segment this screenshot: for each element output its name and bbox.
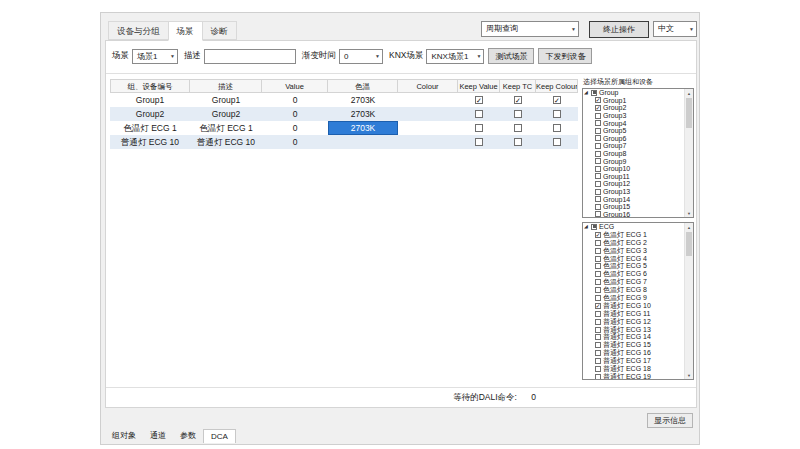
- desc-cell[interactable]: 普通灯 ECG 10: [190, 135, 262, 149]
- expander-icon[interactable]: ◢: [584, 90, 591, 95]
- checkbox[interactable]: ✓: [553, 96, 561, 104]
- knx-scene-select[interactable]: KNX场景1 ▼: [426, 49, 484, 64]
- checkbox[interactable]: [595, 113, 601, 119]
- checkbox[interactable]: [595, 204, 601, 210]
- checkbox[interactable]: ✓: [514, 96, 522, 104]
- checkbox[interactable]: ✓: [595, 303, 601, 309]
- tab-parameters[interactable]: 参数: [173, 429, 203, 443]
- checkbox[interactable]: [553, 138, 561, 146]
- checkbox[interactable]: [595, 211, 601, 217]
- checkbox[interactable]: [595, 143, 601, 149]
- checkbox[interactable]: [514, 138, 522, 146]
- stop-operation-button[interactable]: 终止操作: [589, 21, 649, 38]
- tab-devices-grouping[interactable]: 设备与分组: [108, 21, 169, 40]
- checkbox[interactable]: ✓: [475, 96, 483, 104]
- tree-item[interactable]: Group16: [584, 211, 684, 218]
- tc-cell[interactable]: 2703K: [328, 93, 398, 107]
- tab-scene[interactable]: 场景: [168, 21, 203, 41]
- device-cell[interactable]: Group1: [110, 93, 190, 107]
- desc-cell[interactable]: Group2: [190, 107, 262, 121]
- checkbox[interactable]: [514, 110, 522, 118]
- colour-cell[interactable]: [398, 121, 458, 135]
- test-scene-button[interactable]: 测试场景: [488, 48, 534, 64]
- checkbox[interactable]: [595, 271, 601, 277]
- value-cell[interactable]: 0: [262, 121, 328, 135]
- checkbox[interactable]: [595, 135, 601, 141]
- checkbox[interactable]: [595, 295, 601, 301]
- checkbox[interactable]: [595, 366, 601, 372]
- checkbox[interactable]: ✓: [595, 105, 601, 111]
- checkbox[interactable]: ✓: [595, 232, 601, 238]
- checkbox[interactable]: [475, 124, 483, 132]
- tree-item[interactable]: Group8: [584, 150, 684, 158]
- checkbox[interactable]: [595, 248, 601, 254]
- tree-item[interactable]: 普通灯 ECG 19: [584, 373, 684, 379]
- tree-item[interactable]: Group10: [584, 165, 684, 173]
- checkbox[interactable]: [553, 110, 561, 118]
- checkbox[interactable]: [595, 279, 601, 285]
- tree-item[interactable]: ✓Group1: [584, 97, 684, 105]
- tree-item[interactable]: Group5: [584, 127, 684, 135]
- tree-item[interactable]: ✓Group2: [584, 104, 684, 112]
- tree-item[interactable]: Group11: [584, 173, 684, 181]
- tree-item[interactable]: Group3: [584, 112, 684, 120]
- tree-item[interactable]: Group15: [584, 203, 684, 211]
- colour-cell[interactable]: [398, 135, 458, 149]
- cycle-query-dropdown[interactable]: 周期查询 ▼: [481, 21, 579, 37]
- checkbox[interactable]: [595, 350, 601, 356]
- table-row[interactable]: 色温灯 ECG 1色温灯 ECG 102703K: [110, 121, 578, 135]
- table-row[interactable]: Group1Group102703K✓✓✓: [110, 93, 578, 107]
- checkbox[interactable]: [553, 124, 561, 132]
- checkbox[interactable]: [595, 374, 601, 379]
- tree-item[interactable]: Group7: [584, 142, 684, 150]
- description-input[interactable]: [204, 49, 296, 64]
- device-cell[interactable]: 色温灯 ECG 1: [110, 121, 190, 135]
- scroll-down-icon[interactable]: ▼: [685, 371, 693, 379]
- tab-channels[interactable]: 通道: [143, 429, 173, 443]
- expander-icon[interactable]: ◢: [584, 224, 591, 229]
- tree-item[interactable]: Group9: [584, 157, 684, 165]
- fade-time-select[interactable]: 0 ▼: [339, 49, 383, 64]
- tree-item[interactable]: Group14: [584, 195, 684, 203]
- checkbox[interactable]: [595, 334, 601, 340]
- checkbox[interactable]: [595, 120, 601, 126]
- device-cell[interactable]: 普通灯 ECG 10: [110, 135, 190, 149]
- table-row[interactable]: Group2Group202703K: [110, 107, 578, 121]
- checkbox[interactable]: [595, 311, 601, 317]
- desc-cell[interactable]: Group1: [190, 93, 262, 107]
- tree-item[interactable]: Group13: [584, 188, 684, 196]
- checkbox[interactable]: [595, 256, 601, 262]
- checkbox[interactable]: [595, 358, 601, 364]
- checkbox[interactable]: [595, 189, 601, 195]
- desc-cell[interactable]: 色温灯 ECG 1: [190, 121, 262, 135]
- tree-root-item[interactable]: ◢Group: [584, 89, 684, 97]
- checkbox[interactable]: [595, 240, 601, 246]
- colour-cell[interactable]: [398, 107, 458, 121]
- checkbox[interactable]: [595, 181, 601, 187]
- checkbox[interactable]: ✓: [595, 97, 601, 103]
- checkbox[interactable]: [595, 327, 601, 333]
- checkbox[interactable]: [595, 173, 601, 179]
- checkbox[interactable]: [595, 342, 601, 348]
- checkbox[interactable]: [591, 224, 597, 230]
- tc-cell[interactable]: 2703K: [328, 107, 398, 121]
- checkbox[interactable]: [595, 151, 601, 157]
- download-to-device-button[interactable]: 下发到设备: [538, 48, 592, 64]
- tree-item[interactable]: Group12: [584, 180, 684, 188]
- tree-item[interactable]: Group6: [584, 135, 684, 143]
- scroll-up-icon[interactable]: ▲: [685, 223, 693, 231]
- ecg-scrollbar[interactable]: ▲ ▼: [684, 223, 693, 379]
- colour-cell[interactable]: [398, 93, 458, 107]
- device-cell[interactable]: Group2: [110, 107, 190, 121]
- checkbox[interactable]: [595, 196, 601, 202]
- scrollbar-thumb[interactable]: [686, 232, 692, 256]
- tab-dca[interactable]: DCA: [203, 429, 236, 443]
- checkbox[interactable]: [595, 158, 601, 164]
- show-info-button[interactable]: 显示信息: [647, 413, 693, 428]
- tc-cell[interactable]: 2703K: [328, 121, 398, 135]
- language-dropdown[interactable]: 中文 ▼: [653, 21, 697, 37]
- checkbox[interactable]: [595, 319, 601, 325]
- tab-group-objects[interactable]: 组对象: [105, 429, 143, 443]
- checkbox[interactable]: [595, 287, 601, 293]
- tab-diagnostics[interactable]: 诊断: [202, 21, 237, 40]
